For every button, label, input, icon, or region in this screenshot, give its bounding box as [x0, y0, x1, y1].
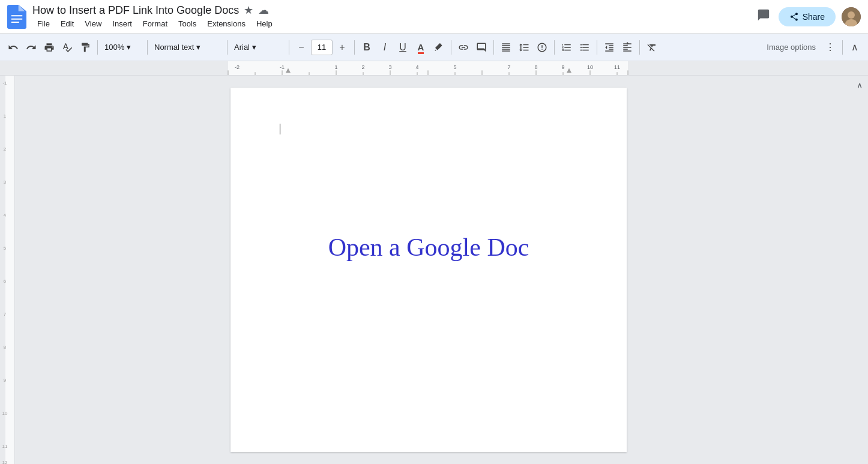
underline-button[interactable]: U — [394, 38, 411, 56]
bold-label: B — [363, 42, 370, 53]
line-spacing-button[interactable] — [516, 38, 532, 56]
svg-text:2: 2 — [4, 146, 7, 152]
separator-10 — [639, 40, 640, 55]
google-docs-icon — [7, 5, 26, 29]
page-area: Open a Google Doc — [15, 76, 842, 464]
svg-rect-6 — [0, 61, 228, 75]
svg-text:11: 11 — [2, 444, 8, 449]
share-button[interactable]: Share — [779, 7, 836, 26]
separator-5 — [354, 40, 355, 55]
menu-bar: File Edit View Insert Format Tools Exten… — [32, 18, 755, 29]
separator-2 — [147, 40, 148, 55]
align-button[interactable] — [498, 38, 514, 56]
font-size-plus-button[interactable]: + — [334, 38, 351, 56]
comments-button[interactable] — [755, 6, 773, 27]
menu-view[interactable]: View — [80, 18, 106, 29]
text-color-label: A — [418, 42, 424, 52]
svg-text:7: 7 — [507, 65, 510, 71]
avatar[interactable] — [842, 7, 861, 26]
svg-text:1: 1 — [4, 113, 7, 119]
paint-format-button[interactable] — [77, 38, 94, 56]
zoom-dropdown-icon: ▾ — [127, 43, 131, 52]
right-sidebar — [842, 76, 851, 464]
svg-text:-1: -1 — [2, 80, 7, 86]
comment-button[interactable] — [473, 38, 490, 56]
title-actions: Share — [755, 6, 861, 27]
toolbar: 100% ▾ Normal text ▾ Arial ▾ − + B I U A — [0, 34, 868, 61]
collapse-toolbar-button[interactable]: ∧ — [846, 38, 863, 56]
svg-text:3: 3 — [388, 65, 391, 71]
svg-text:8: 8 — [534, 65, 537, 71]
print-button[interactable] — [41, 38, 58, 56]
zoom-value: 100% — [104, 43, 124, 52]
separator-11 — [842, 40, 843, 55]
svg-text:-2: -2 — [235, 65, 240, 71]
style-select[interactable]: Normal text ▾ — [151, 38, 223, 56]
chevron-up-area: ∧ — [851, 76, 868, 464]
more-options-button[interactable]: ⋮ — [822, 38, 839, 56]
style-value: Normal text — [154, 43, 194, 52]
title-bar: How to Insert a PDF Link Into Google Doc… — [0, 0, 868, 34]
bulleted-list-button[interactable] — [576, 38, 593, 56]
svg-text:12: 12 — [2, 460, 8, 464]
zoom-select[interactable]: 100% ▾ — [101, 38, 143, 56]
svg-text:9: 9 — [4, 378, 7, 383]
special-chars-button[interactable] — [534, 38, 550, 56]
menu-tools[interactable]: Tools — [173, 18, 201, 29]
increase-indent-button[interactable] — [619, 38, 636, 56]
star-icon[interactable]: ★ — [244, 4, 253, 17]
menu-format[interactable]: Format — [138, 18, 172, 29]
ruler: -2 -1 1 2 3 4 5 7 8 9 10 11 — [0, 61, 868, 76]
bold-button[interactable]: B — [358, 38, 375, 56]
spellcheck-button[interactable] — [59, 38, 76, 56]
separator-7 — [493, 40, 494, 55]
main-area: -1 1 2 3 4 5 6 7 8 9 10 11 12 Open — [0, 76, 868, 464]
link-button[interactable] — [455, 38, 472, 56]
document-page[interactable]: Open a Google Doc — [231, 88, 627, 452]
handwritten-text: Open a Google Doc — [279, 233, 579, 262]
menu-extensions[interactable]: Extensions — [202, 18, 250, 29]
scroll-top-button[interactable]: ∧ — [854, 78, 865, 92]
svg-text:-1: -1 — [280, 65, 285, 71]
undo-button[interactable] — [5, 38, 22, 56]
svg-text:4: 4 — [4, 212, 7, 218]
share-label: Share — [803, 12, 825, 22]
svg-text:1: 1 — [334, 65, 337, 71]
redo-button[interactable] — [23, 38, 40, 56]
svg-text:6: 6 — [4, 279, 7, 284]
decrease-indent-button[interactable] — [601, 38, 618, 56]
separator-1 — [97, 40, 98, 55]
svg-text:10: 10 — [587, 65, 593, 71]
svg-text:5: 5 — [453, 65, 456, 71]
menu-edit[interactable]: Edit — [56, 18, 79, 29]
font-size-minus-button[interactable]: − — [293, 38, 310, 56]
separator-9 — [597, 40, 597, 55]
doc-title[interactable]: How to Insert a PDF Link Into Google Doc… — [32, 4, 239, 17]
separator-6 — [451, 40, 451, 55]
highlight-button[interactable] — [430, 38, 447, 56]
svg-text:4: 4 — [415, 65, 418, 71]
font-dropdown-icon: ▾ — [252, 43, 256, 52]
font-size-minus-icon: − — [298, 42, 304, 53]
cloud-icon[interactable]: ☁ — [258, 4, 269, 17]
menu-help[interactable]: Help — [252, 18, 277, 29]
menu-file[interactable]: File — [32, 18, 55, 29]
svg-text:8: 8 — [4, 345, 7, 350]
svg-text:11: 11 — [614, 65, 620, 71]
text-color-button[interactable]: A — [412, 38, 429, 56]
clear-formatting-button[interactable] — [643, 38, 660, 56]
svg-rect-1 — [11, 18, 23, 19]
font-size-plus-icon: + — [339, 42, 345, 53]
svg-rect-2 — [11, 22, 19, 23]
numbered-list-button[interactable] — [558, 38, 575, 56]
menu-insert[interactable]: Insert — [107, 18, 137, 29]
svg-point-4 — [848, 11, 855, 19]
italic-button[interactable]: I — [376, 38, 393, 56]
svg-text:7: 7 — [4, 312, 7, 317]
italic-label: I — [384, 42, 386, 53]
text-color-underline — [418, 52, 424, 54]
separator-8 — [554, 40, 555, 55]
image-options-button[interactable]: Image options — [762, 40, 821, 54]
font-size-input[interactable] — [311, 40, 333, 55]
font-select[interactable]: Arial ▾ — [231, 38, 285, 56]
